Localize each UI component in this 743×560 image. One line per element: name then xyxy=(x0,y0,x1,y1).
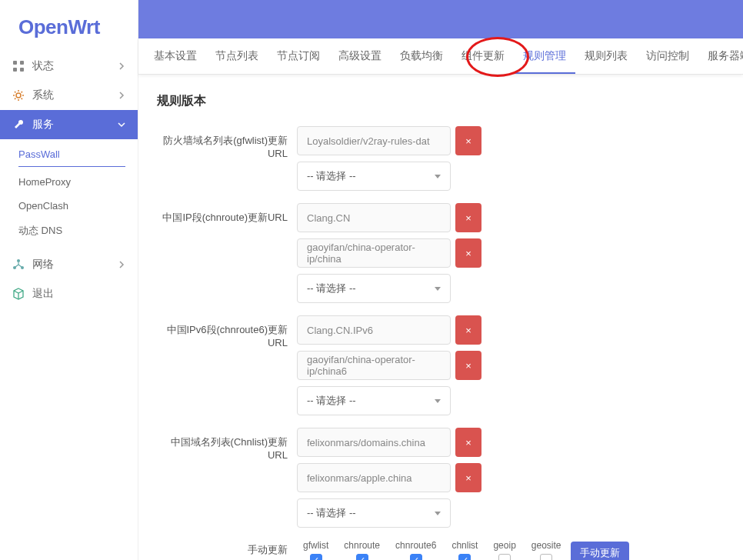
chnlist-url-input-0[interactable]: felixonmars/domains.china xyxy=(297,428,451,457)
form-row-gfwlist: 防火墙域名列表(gfwlist)更新URL Loyalsoldier/v2ray… xyxy=(151,126,731,197)
chnroute-url-input-1[interactable]: gaoyifan/china-operator-ip/china xyxy=(297,238,451,268)
gfwlist-select[interactable]: -- 请选择 -- xyxy=(297,162,451,191)
checkbox-geoip[interactable] xyxy=(498,554,511,560)
tab-node-list[interactable]: 节点列表 xyxy=(206,38,268,74)
tab-basic-settings[interactable]: 基本设置 xyxy=(145,38,206,74)
tab-load-balance[interactable]: 负载均衡 xyxy=(391,38,452,74)
delete-button[interactable]: × xyxy=(455,428,481,457)
checkbox-label: geosite xyxy=(531,540,561,551)
svg-rect-2 xyxy=(13,68,17,72)
tab-component-update[interactable]: 组件更新 xyxy=(452,38,514,74)
delete-button[interactable]: × xyxy=(455,315,481,345)
svg-rect-1 xyxy=(20,61,24,65)
input-value: gaoyifan/china-operator-ip/china xyxy=(307,242,441,265)
chevron-down-icon xyxy=(435,512,441,515)
tabbar: 基本设置 节点列表 节点订阅 高级设置 负载均衡 组件更新 规则管理 规则列表 … xyxy=(138,38,743,75)
checkbox-chnroute[interactable]: ✓ xyxy=(356,554,368,560)
section-title: 规则版本 xyxy=(151,93,731,109)
close-icon: × xyxy=(465,360,471,372)
manual-update-button[interactable]: 手动更新 xyxy=(571,542,629,560)
sidebar-item-network[interactable]: 网络 xyxy=(0,250,138,279)
svg-point-4 xyxy=(16,93,21,98)
subnav-item-openclash[interactable]: OpenClash xyxy=(0,194,138,218)
chevron-right-icon xyxy=(118,261,125,268)
form-label-manual-update: 手动更新 xyxy=(151,540,297,557)
network-icon xyxy=(12,258,25,271)
chevron-right-icon xyxy=(118,92,125,99)
tab-node-subscribe[interactable]: 节点订阅 xyxy=(268,38,329,74)
chk-group-chnlist: chnlist ✓ xyxy=(451,540,478,560)
sidebar-item-label: 网络 xyxy=(32,258,118,272)
input-value: Clang.CN.IPv6 xyxy=(307,325,373,336)
sidebar: OpenWrt 状态 系统 xyxy=(0,0,138,560)
tab-rule-list[interactable]: 规则列表 xyxy=(575,38,637,74)
subnav-item-homeproxy[interactable]: HomeProxy xyxy=(0,170,138,194)
form-row-chnroute6: 中国IPv6段(chnroute6)更新URL Clang.CN.IPv6 × … xyxy=(151,315,731,422)
checkbox-gfwlist[interactable]: ✓ xyxy=(310,554,322,560)
input-value: felixonmars/domains.china xyxy=(307,437,425,448)
close-icon: × xyxy=(465,248,471,259)
nav-list: 状态 系统 服务 xyxy=(0,52,138,308)
sidebar-item-label: 服务 xyxy=(32,118,118,132)
grid-icon xyxy=(12,60,25,72)
main-area: 基本设置 节点列表 节点订阅 高级设置 负载均衡 组件更新 规则管理 规则列表 … xyxy=(138,0,743,560)
chk-group-geoip: geoip xyxy=(493,540,515,560)
sidebar-item-services[interactable]: 服务 xyxy=(0,110,138,139)
chnlist-url-input-1[interactable]: felixonmars/apple.china xyxy=(297,463,451,492)
chk-group-gfwlist: gfwlist ✓ xyxy=(303,540,328,560)
chnroute-select[interactable]: -- 请选择 -- xyxy=(297,274,451,303)
close-icon: × xyxy=(465,135,471,147)
select-placeholder: -- 请选择 -- xyxy=(307,394,356,408)
subnav-item-ddns[interactable]: 动态 DNS xyxy=(0,218,138,244)
checkbox-geosite[interactable] xyxy=(540,554,552,560)
form-label-gfwlist: 防火墙域名列表(gfwlist)更新URL xyxy=(151,126,297,159)
form-row-chnroute: 中国IP段(chnroute)更新URL Clang.CN × gaoyifan… xyxy=(151,203,731,309)
delete-button[interactable]: × xyxy=(455,203,481,232)
chevron-down-icon xyxy=(435,287,441,291)
checkbox-chnlist[interactable]: ✓ xyxy=(458,554,471,560)
chnroute6-url-input-1[interactable]: gaoyifan/china-operator-ip/china6 xyxy=(297,351,451,380)
sidebar-item-system[interactable]: 系统 xyxy=(0,81,138,110)
sidebar-item-label: 系统 xyxy=(32,88,118,102)
content-area: 规则版本 防火墙域名列表(gfwlist)更新URL Loyalsoldier/… xyxy=(138,75,743,560)
wrench-icon xyxy=(12,118,25,131)
tab-rule-manage[interactable]: 规则管理 xyxy=(514,38,575,74)
tab-advanced[interactable]: 高级设置 xyxy=(329,38,391,74)
chnlist-select[interactable]: -- 请选择 -- xyxy=(297,498,451,528)
checkbox-label: chnroute6 xyxy=(395,540,436,551)
checkbox-label: chnlist xyxy=(451,540,478,551)
topbar xyxy=(138,0,743,38)
sidebar-item-logout[interactable]: 退出 xyxy=(0,279,138,308)
chevron-down-icon xyxy=(118,121,125,128)
gfwlist-url-input-0[interactable]: Loyalsoldier/v2ray-rules-dat xyxy=(297,126,451,155)
chevron-right-icon xyxy=(118,62,125,70)
chnroute6-select[interactable]: -- 请选择 -- xyxy=(297,386,451,415)
input-value: Loyalsoldier/v2ray-rules-dat xyxy=(307,135,430,147)
select-placeholder: -- 请选择 -- xyxy=(307,282,356,295)
delete-button[interactable]: × xyxy=(455,238,481,268)
delete-button[interactable]: × xyxy=(455,463,481,492)
cube-icon xyxy=(12,288,25,300)
delete-button[interactable]: × xyxy=(455,126,481,155)
sidebar-item-status[interactable]: 状态 xyxy=(0,52,138,81)
checkbox-chnroute6[interactable]: ✓ xyxy=(410,554,422,560)
input-value: Clang.CN xyxy=(307,212,350,224)
close-icon: × xyxy=(465,472,471,484)
chevron-down-icon xyxy=(435,175,441,178)
chnroute-url-input-0[interactable]: Clang.CN xyxy=(297,203,451,232)
chnroute6-url-input-0[interactable]: Clang.CN.IPv6 xyxy=(297,315,451,345)
gear-icon xyxy=(12,89,25,102)
checkbox-label: chnroute xyxy=(344,540,380,551)
input-value: felixonmars/apple.china xyxy=(307,472,412,484)
input-value: gaoyifan/china-operator-ip/china6 xyxy=(307,354,441,377)
checkbox-label: geoip xyxy=(493,540,515,551)
services-submenu: PassWall HomeProxy OpenClash 动态 DNS xyxy=(0,139,138,250)
brand-main: Open xyxy=(18,15,68,38)
checkbox-label: gfwlist xyxy=(303,540,328,551)
tab-access-control[interactable]: 访问控制 xyxy=(637,38,698,74)
tab-server[interactable]: 服务器端 xyxy=(698,38,743,74)
close-icon: × xyxy=(465,437,471,448)
select-placeholder: -- 请选择 -- xyxy=(307,169,356,183)
delete-button[interactable]: × xyxy=(455,351,481,380)
subnav-item-passwall[interactable]: PassWall xyxy=(18,142,125,167)
